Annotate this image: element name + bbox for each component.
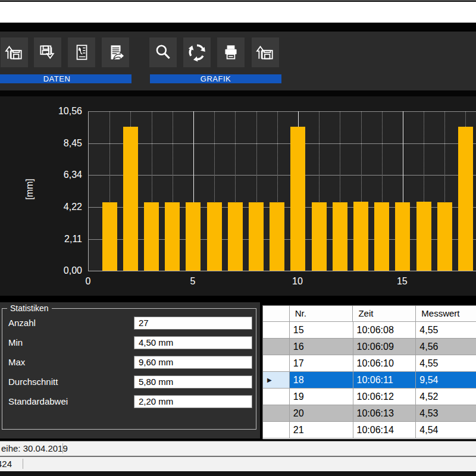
h-gridline (89, 111, 476, 112)
chart-bar (312, 202, 327, 271)
column-header-zeit[interactable]: Zeit (353, 306, 416, 322)
h-gridline (89, 175, 476, 176)
cell-zeit[interactable]: 10:06:11 (353, 372, 416, 389)
table-row-20[interactable]: 2010:06:134,53 (263, 405, 476, 422)
y-tick-label: 0,00 (0, 265, 82, 276)
table-row-16[interactable]: 1610:06:094,56 (263, 339, 476, 355)
bottom-section: Statistiken Anzahl27Min4,50 mmMax9,60 mm… (0, 296, 476, 441)
chart-area: [mm] 0,002,114,226,348,4510,56051015 (0, 96, 476, 296)
cell-zeit[interactable]: 10:06:12 (353, 389, 416, 405)
table-row-17[interactable]: 1710:06:104,55 (263, 355, 476, 372)
row-header-cell[interactable] (263, 322, 290, 339)
status-divider (23, 459, 23, 469)
status-divider (62, 443, 63, 453)
save-data-button[interactable] (34, 37, 61, 67)
cell-nr[interactable]: 19 (290, 389, 353, 405)
application-window: DATEN GRAFIK [mm] 0,002,114,226,348,4510… (0, 0, 476, 476)
y-tick-label: 10,56 (0, 106, 82, 117)
table-row-21[interactable]: 2110:06:144,54 (263, 422, 476, 439)
stat-label-max: Max (8, 357, 25, 367)
cell-zeit[interactable]: 10:06:10 (353, 355, 416, 372)
print-button[interactable] (217, 37, 245, 67)
table-row-18[interactable]: ▶1810:06:119,54 (263, 372, 476, 389)
statistics-groupbox-title: Statistiken (7, 303, 52, 313)
cell-nr[interactable]: 15 (290, 322, 353, 339)
cell-messwert[interactable]: 4,52 (416, 389, 476, 405)
y-tick-label: 2,11 (0, 234, 82, 245)
cell-messwert[interactable]: 4,55 (416, 355, 476, 372)
cell-messwert[interactable]: 4,55 (416, 322, 476, 339)
cell-nr[interactable]: 21 (290, 422, 353, 439)
status-counter-text: 424 (0, 457, 12, 471)
floppy-down-icon (37, 42, 58, 62)
chart-bar (186, 202, 201, 271)
cell-zeit[interactable]: 10:06:13 (353, 405, 416, 422)
row-header-corner[interactable] (263, 306, 290, 322)
floppy-up-icon (4, 42, 24, 62)
chart-bar (165, 202, 180, 271)
stat-value-durchschnitt[interactable]: 5,80 mm (134, 375, 252, 389)
stat-label-standardabwei: Standardabwei (8, 396, 68, 406)
chart-bar (249, 202, 264, 271)
cell-nr[interactable]: 16 (290, 339, 353, 355)
chart-bar (123, 127, 138, 271)
table-row-19[interactable]: 1910:06:124,52 (263, 389, 476, 405)
cell-nr[interactable]: 17 (290, 355, 353, 372)
printer-icon (221, 42, 241, 62)
y-tick-label: 4,22 (0, 202, 82, 212)
zoom-button[interactable] (149, 37, 177, 67)
stat-value-anzahl[interactable]: 27 (134, 317, 252, 330)
chart-bar (374, 202, 389, 271)
row-header-cell[interactable] (263, 355, 290, 372)
window-bottom-edge (0, 471, 476, 476)
magnifier-icon (153, 42, 173, 62)
chart-bar (290, 127, 305, 271)
chart-plot[interactable] (88, 111, 476, 271)
current-row-arrow-icon[interactable]: ▶ (263, 372, 290, 389)
chart-bar (333, 202, 347, 271)
chart-bar (102, 202, 117, 271)
cell-messwert[interactable]: 9,54 (416, 372, 476, 389)
y-tick-label: 6,34 (0, 170, 82, 180)
column-header-messwert[interactable]: Messwert (416, 306, 476, 322)
cell-zeit[interactable]: 10:06:08 (353, 322, 416, 339)
chart-bar (144, 202, 159, 271)
cell-messwert[interactable]: 4,56 (416, 339, 476, 355)
stat-label-anzahl: Anzahl (8, 318, 36, 328)
load-data-button[interactable] (1, 37, 28, 67)
cell-messwert[interactable]: 4,54 (416, 422, 476, 439)
chart-bar (416, 202, 431, 271)
row-header-cell[interactable] (263, 422, 290, 439)
chart-bar (395, 202, 410, 271)
cell-messwert[interactable]: 4,53 (416, 405, 476, 422)
cell-nr[interactable]: 20 (290, 405, 353, 422)
row-header-cell[interactable] (263, 405, 290, 422)
x-tick-label: 0 (86, 276, 91, 287)
save-graphic-button[interactable] (252, 37, 279, 67)
report-button[interactable] (102, 37, 129, 67)
status-series-text: eihe: 30.04.2019 (1, 441, 68, 456)
column-header-nr[interactable]: Nr. (290, 306, 353, 322)
row-header-cell[interactable] (263, 339, 290, 355)
chart-bar (270, 202, 284, 271)
stat-value-standardabwei[interactable]: 2,20 mm (134, 395, 252, 408)
stat-value-max[interactable]: 9,60 mm (134, 356, 252, 369)
cell-nr[interactable]: 18 (290, 372, 353, 389)
table-row-15[interactable]: 1510:06:084,55 (263, 322, 476, 339)
x-tick-label: 5 (190, 276, 195, 287)
refresh-button[interactable] (183, 37, 211, 67)
stat-label-durchschnitt: Durchschnitt (8, 377, 58, 387)
statistics-panel: Statistiken Anzahl27Min4,50 mmMax9,60 mm… (0, 302, 260, 439)
export-document-button[interactable] (68, 37, 95, 67)
cell-zeit[interactable]: 10:06:14 (353, 422, 416, 439)
toolbar-divider (0, 90, 476, 96)
stat-value-min[interactable]: 4,50 mm (134, 336, 252, 349)
y-axis-label: [mm] (24, 178, 35, 200)
chart-bar (353, 202, 368, 271)
x-tick-label: 10 (292, 276, 303, 287)
cell-zeit[interactable]: 10:06:09 (353, 339, 416, 355)
row-header-cell[interactable] (263, 389, 290, 405)
stat-label-min: Min (8, 337, 23, 347)
toolbar: DATEN GRAFIK (0, 32, 476, 90)
y-tick-label: 8,45 (0, 138, 82, 149)
